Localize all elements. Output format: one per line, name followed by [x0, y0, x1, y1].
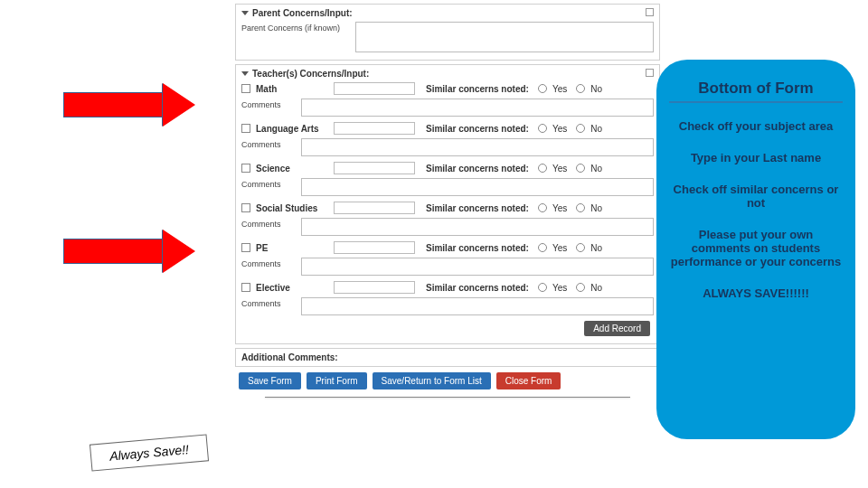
instruction-callout: Bottom of Form Check off your subject ar… — [656, 60, 855, 439]
comments-label: Comments — [241, 178, 296, 196]
yes-radio[interactable] — [538, 203, 547, 212]
expand-icon[interactable] — [646, 8, 654, 16]
parent-header: Parent Concerns/Input: — [252, 8, 353, 18]
save-return-button[interactable]: Save/Return to Form List — [373, 372, 491, 389]
subject-checkbox[interactable] — [241, 283, 250, 292]
teacher-concerns-section: Teacher(s) Concerns/Input: MathSimilar c… — [235, 64, 660, 344]
parent-concerns-input[interactable] — [355, 22, 654, 52]
comments-row: Comments — [241, 296, 654, 319]
yes-label: Yes — [552, 283, 567, 293]
subject-checkbox[interactable] — [241, 164, 250, 173]
expand-icon[interactable] — [646, 69, 654, 77]
subject-checkbox[interactable] — [241, 203, 250, 212]
yes-label: Yes — [552, 203, 567, 213]
callout-line-1: Type in your Last name — [669, 151, 843, 164]
subject-checkbox[interactable] — [241, 243, 250, 252]
teacher-name-input[interactable] — [334, 281, 415, 294]
teacher-name-input[interactable] — [334, 162, 415, 174]
subject-row: MathSimilar concerns noted:YesNo — [241, 80, 654, 97]
comments-input[interactable] — [301, 218, 654, 236]
yes-label: Yes — [552, 164, 567, 174]
subject-row: Language ArtsSimilar concerns noted:YesN… — [241, 120, 654, 136]
callout-line-2: Check off similar concerns or not — [669, 183, 843, 210]
yes-radio[interactable] — [538, 124, 547, 133]
similar-concerns-label: Similar concerns noted: — [426, 84, 529, 94]
subject-label: Language Arts — [256, 124, 328, 134]
subject-row: ScienceSimilar concerns noted:YesNo — [241, 160, 654, 176]
arrow-pointer-1 — [63, 87, 199, 123]
comments-input[interactable] — [301, 99, 654, 117]
subject-checkbox[interactable] — [241, 84, 250, 93]
subject-label: Math — [256, 84, 328, 94]
yes-radio[interactable] — [538, 164, 547, 173]
comments-input[interactable] — [301, 178, 654, 196]
add-record-button[interactable]: Add Record — [584, 321, 650, 336]
subject-row: ElectiveSimilar concerns noted:YesNo — [241, 279, 654, 296]
subject-label: Elective — [256, 283, 328, 293]
parent-concerns-section: Parent Concerns/Input: Parent Concerns (… — [235, 4, 660, 61]
yes-label: Yes — [552, 124, 567, 134]
callout-line-0: Check off your subject area — [669, 119, 843, 133]
comments-label: Comments — [241, 258, 296, 276]
comments-row: Comments — [241, 136, 654, 160]
teacher-name-input[interactable] — [334, 241, 415, 254]
teacher-header: Teacher(s) Concerns/Input: — [252, 69, 369, 79]
no-radio[interactable] — [576, 124, 585, 133]
comments-row: Comments — [241, 97, 654, 120]
comments-input[interactable] — [301, 297, 654, 315]
teacher-name-input[interactable] — [334, 122, 415, 135]
yes-label: Yes — [552, 243, 567, 253]
close-form-button[interactable]: Close Form — [496, 372, 561, 389]
no-radio[interactable] — [576, 164, 585, 173]
teacher-name-input[interactable] — [334, 82, 415, 95]
button-row: Save Form Print Form Save/Return to Form… — [235, 367, 660, 395]
comments-label: Comments — [241, 297, 296, 315]
print-form-button[interactable]: Print Form — [307, 372, 367, 389]
teacher-name-input[interactable] — [334, 202, 415, 214]
callout-line-3: Please put your own comments on students… — [669, 228, 843, 268]
no-radio[interactable] — [576, 243, 585, 252]
callout-line-4: ALWAYS SAVE!!!!!! — [669, 286, 843, 300]
no-label: No — [590, 243, 602, 253]
no-radio[interactable] — [576, 203, 585, 212]
no-label: No — [590, 283, 602, 293]
comments-input[interactable] — [301, 138, 654, 156]
comments-row: Comments — [241, 256, 654, 279]
similar-concerns-label: Similar concerns noted: — [426, 203, 529, 213]
chevron-down-icon — [241, 71, 249, 76]
similar-concerns-label: Similar concerns noted: — [426, 283, 529, 293]
no-label: No — [590, 203, 602, 213]
subject-label: Social Studies — [256, 203, 328, 213]
comments-label: Comments — [241, 138, 296, 156]
no-label: No — [590, 164, 602, 174]
subject-row: PESimilar concerns noted:YesNo — [241, 239, 654, 256]
similar-concerns-label: Similar concerns noted: — [426, 164, 529, 174]
similar-concerns-label: Similar concerns noted: — [426, 243, 529, 253]
additional-comments-header: Additional Comments: — [235, 348, 660, 367]
parent-known-label: Parent Concerns (if known) — [241, 22, 350, 52]
form-screenshot: Parent Concerns/Input: Parent Concerns (… — [235, 4, 660, 474]
comments-input[interactable] — [301, 258, 654, 276]
yes-radio[interactable] — [538, 84, 547, 93]
subject-label: Science — [256, 164, 328, 174]
save-form-button[interactable]: Save Form — [239, 372, 301, 389]
subject-row: Social StudiesSimilar concerns noted:Yes… — [241, 200, 654, 216]
shadow-divider — [265, 397, 630, 398]
subject-checkbox[interactable] — [241, 124, 250, 133]
yes-label: Yes — [552, 84, 567, 94]
always-save-note: Always Save!! — [90, 434, 209, 471]
comments-row: Comments — [241, 176, 654, 200]
callout-title: Bottom of Form — [669, 80, 843, 103]
comments-label: Comments — [241, 218, 296, 236]
arrow-pointer-2 — [63, 233, 199, 269]
subject-label: PE — [256, 243, 328, 253]
chevron-down-icon — [241, 11, 249, 15]
no-radio[interactable] — [576, 283, 585, 292]
no-radio[interactable] — [576, 84, 585, 93]
no-label: No — [590, 84, 602, 94]
yes-radio[interactable] — [538, 283, 547, 292]
comments-row: Comments — [241, 216, 654, 239]
no-label: No — [590, 124, 602, 134]
similar-concerns-label: Similar concerns noted: — [426, 124, 529, 134]
yes-radio[interactable] — [538, 243, 547, 252]
